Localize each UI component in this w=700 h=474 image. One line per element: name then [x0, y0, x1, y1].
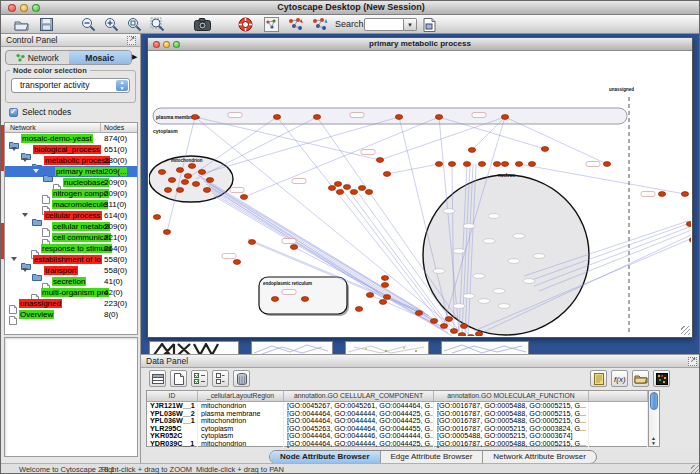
network-node[interactable] [501, 162, 508, 167]
network-node[interactable] [415, 311, 422, 316]
function-builder-icon[interactable]: f(x) [611, 370, 628, 387]
float-panel-icon[interactable] [127, 36, 136, 45]
network-node[interactable] [206, 178, 213, 183]
network-node[interactable] [158, 170, 165, 175]
network-node[interactable] [448, 162, 455, 167]
network-node[interactable] [163, 230, 170, 235]
open-icon[interactable] [13, 16, 30, 33]
tree-row-transport[interactable]: transport558(0) [5, 265, 137, 276]
tab-network[interactable]: Network [6, 51, 69, 64]
network-node[interactable] [176, 168, 183, 173]
network-canvas[interactable]: plasma membranecytoplasmunassignedmitoch… [149, 51, 691, 336]
tree-row-unassigned[interactable]: unassigned223(0) [5, 298, 137, 309]
tab-network-attribute-browser[interactable]: Network Attribute Browser [483, 451, 595, 463]
network-node[interactable] [366, 293, 373, 298]
column-header-annotation.GO MOLECULAR_FUNCTION[interactable]: annotation.GO MOLECULAR_FUNCTION [434, 391, 589, 401]
network-node[interactable] [153, 215, 160, 220]
network-node[interactable] [240, 195, 247, 200]
network-node[interactable] [460, 324, 467, 329]
window-resize-grip[interactable] [691, 465, 700, 474]
tab-edge-attribute-browser[interactable]: Edge Attribute Browser [381, 451, 484, 463]
network-node[interactable] [689, 238, 691, 243]
network-node[interactable] [658, 192, 665, 197]
attribute-grid-icon[interactable] [149, 370, 166, 387]
network-node[interactable] [181, 180, 188, 185]
snapshot-camera-icon[interactable] [194, 16, 211, 33]
network-node[interactable] [383, 172, 390, 177]
network-node[interactable] [168, 178, 175, 183]
table-scrollbar-thumb[interactable] [650, 392, 658, 410]
column-header-annotation.GO CELLULAR_COMPONENT[interactable]: annotation.GO CELLULAR_COMPONENT [284, 391, 434, 401]
network-node[interactable] [430, 319, 437, 324]
table-scrollbar[interactable]: ▲▼ [649, 390, 660, 447]
network-node[interactable] [334, 182, 341, 187]
unselect-attributes-icon[interactable] [212, 370, 229, 387]
tree-row-macromolecule[interactable]: macromolecule311(0) [5, 199, 137, 210]
network-node[interactable] [440, 324, 447, 329]
tree-row-cellular-metabol[interactable]: cellular metabol209(0) [5, 221, 137, 232]
save-icon[interactable] [38, 16, 55, 33]
tab-mosaic[interactable]: Mosaic [69, 51, 132, 64]
delete-attribute-icon[interactable] [233, 370, 250, 387]
tree-row-multi-organism-pro[interactable]: multi-organism pro42(0) [5, 287, 137, 298]
network-node[interactable] [355, 307, 362, 312]
network-node[interactable] [376, 158, 383, 163]
network-node[interactable] [290, 245, 297, 250]
tree-row-nitrogen-compo[interactable]: nitrogen compo209(0) [5, 188, 137, 199]
import-table-icon[interactable] [421, 16, 438, 33]
notes-icon[interactable] [590, 370, 607, 387]
background-window[interactable] [251, 341, 333, 354]
tree-row-cell-communicat[interactable]: cell communicat221(0) [5, 232, 137, 243]
network-node[interactable] [365, 190, 372, 195]
network-node[interactable] [383, 295, 390, 300]
tree-row-establishment-of-lo[interactable]: establishment of lo558(0) [5, 254, 137, 265]
tree-row-mosaic-demo-yeast[interactable]: mosaic-demo-yeast874(0) [5, 133, 137, 144]
node-color-attribute-select[interactable]: transporter activity ▲▼ [11, 78, 130, 93]
network-node[interactable] [192, 182, 199, 187]
network-node[interactable] [176, 188, 183, 193]
destroy-network-icon[interactable] [287, 16, 304, 33]
attribute-table[interactable]: ID_cellularLayoutRegionannotation.GO CEL… [146, 390, 649, 447]
tab-node-attribute-browser[interactable]: Node Attribute Browser [270, 451, 381, 463]
expand-arrow-icon[interactable] [11, 147, 17, 151]
tree-row-biological-process[interactable]: biological_process651(0) [5, 144, 137, 155]
table-row[interactable]: YLR295Ccytoplasm[GO:0045263, GO:0044464,… [147, 425, 648, 433]
tab-overflow-arrow[interactable]: ▶ [132, 53, 137, 61]
view-resize-grip[interactable] [681, 326, 690, 335]
network-window-titlebar[interactable]: primary metabolic process [148, 38, 692, 51]
zoom-fit-icon[interactable] [149, 16, 166, 33]
expand-arrow-icon[interactable] [11, 257, 17, 261]
network-node[interactable] [528, 162, 535, 167]
network-node[interactable] [164, 188, 171, 193]
import-attributes-icon[interactable] [632, 370, 649, 387]
network-node[interactable] [395, 115, 402, 120]
search-input[interactable] [364, 18, 404, 31]
table-row[interactable]: YPL036W__1mitochondrion[GO:0044464, GO:0… [147, 417, 648, 425]
expand-arrow-icon[interactable] [22, 268, 28, 272]
search-dropdown-button[interactable]: ▼ [404, 18, 417, 31]
table-row[interactable]: YDR039C__1mitochondrion[GO:0044464, GO:0… [147, 440, 648, 448]
select-attributes-icon[interactable] [191, 370, 208, 387]
network-node[interactable] [681, 192, 688, 197]
network-tree-header[interactable]: Network Nodes [5, 123, 137, 133]
network-node[interactable] [435, 115, 442, 120]
network-node[interactable] [475, 332, 482, 336]
tree-row-nucleobase-[interactable]: nucleobase-209(0) [5, 177, 137, 188]
network-node[interactable] [191, 115, 198, 120]
help-lifesaver-icon[interactable] [237, 16, 254, 33]
zoom-in-icon[interactable] [103, 16, 120, 33]
expand-arrow-icon[interactable] [22, 158, 28, 162]
scroll-arrows-icon[interactable]: ▲▼ [649, 436, 658, 446]
new-attribute-icon[interactable] [170, 370, 187, 387]
create-network-icon[interactable] [311, 16, 328, 33]
tree-row-response-to-stimulu[interactable]: response to stimulu264(0) [5, 243, 137, 254]
network-node[interactable] [493, 162, 500, 167]
tree-row-cellular-process[interactable]: cellular process614(0) [5, 210, 137, 221]
expand-arrow-icon[interactable] [22, 213, 28, 217]
select-nodes-checkbox[interactable] [9, 108, 18, 117]
float-data-panel-icon[interactable] [688, 357, 697, 366]
network-node[interactable] [686, 222, 691, 227]
network-node[interactable] [381, 276, 388, 281]
column-header-_cellularLayoutRegion[interactable]: _cellularLayoutRegion [198, 391, 284, 401]
network-node[interactable] [458, 333, 465, 336]
